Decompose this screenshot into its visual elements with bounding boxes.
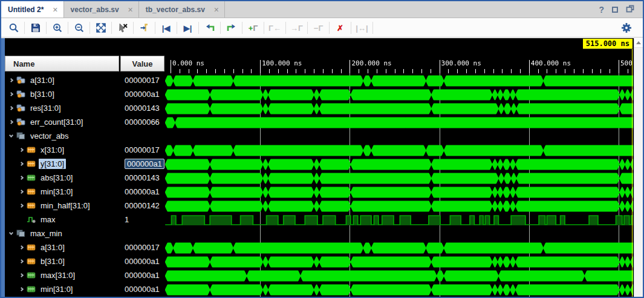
signal-name-cell[interactable]: err_count[31:0] <box>5 117 120 127</box>
previous-edge-button[interactable] <box>201 20 218 36</box>
window-controls: ? <box>599 1 643 18</box>
next-transition-button[interactable]: ▶| <box>180 20 196 36</box>
zoom-out-button[interactable] <box>71 20 87 36</box>
expand-icon[interactable] <box>18 204 25 207</box>
expand-icon[interactable] <box>18 288 25 291</box>
signal-name-cell[interactable]: vector_abs <box>5 131 120 141</box>
tab-tb-vector-abs-sv[interactable]: tb_vector_abs.sv× <box>139 1 225 18</box>
signal-value: 000000a1 <box>125 159 164 169</box>
maximize-icon[interactable] <box>612 7 618 13</box>
expand-icon[interactable] <box>7 121 15 124</box>
settings-button[interactable] <box>618 20 634 36</box>
value-column-header[interactable]: Value <box>120 56 164 71</box>
remove-marker-button[interactable]: −Γ <box>310 20 327 36</box>
signal-name-cell[interactable]: abs[31:0] <box>5 173 120 183</box>
help-icon[interactable]: ? <box>599 5 604 15</box>
chevron-right-icon <box>19 162 24 166</box>
signal-value-cell: 00000017 <box>120 145 160 154</box>
zoom-fit-button[interactable] <box>93 20 109 36</box>
add-marker-button[interactable]: +Γ <box>245 20 261 36</box>
signal-value-cell: 000000a1 <box>120 257 160 266</box>
previous-marker-button[interactable]: Γ← <box>267 20 283 36</box>
signal-row-max[interactable]: max1 <box>5 213 165 227</box>
signal-row-res[interactable]: res[31:0]00000143 <box>5 101 165 115</box>
group-icon <box>16 132 25 140</box>
expand-icon[interactable] <box>7 93 15 96</box>
delete-button[interactable]: ✗ <box>332 20 348 36</box>
save-waveform-button[interactable] <box>27 20 44 36</box>
signal-name-cell[interactable]: max_min <box>5 228 120 239</box>
chevron-up-icon <box>636 41 641 44</box>
zoom-in-button[interactable] <box>49 20 65 36</box>
signal-row-x[interactable]: x[31:0]00000017 <box>5 143 165 157</box>
tab-untitled-2[interactable]: Untitled 2*× <box>1 1 64 18</box>
signal-value: 00000017 <box>125 145 160 154</box>
expand-icon[interactable] <box>7 79 15 82</box>
signal-row-y[interactable]: y[31:0]000000a1 <box>5 157 165 171</box>
signal-row-min2[interactable]: min[31:0]000000a1 <box>5 282 165 296</box>
signal-row-abs[interactable]: abs[31:0]00000143 <box>5 171 165 185</box>
signal-name-cell[interactable]: max <box>5 214 120 225</box>
signal-row-max_min[interactable]: max_min <box>5 227 165 240</box>
signal-name-cell[interactable]: b[31:0] <box>5 256 120 267</box>
zoom-search-button[interactable] <box>5 20 22 36</box>
chevron-right-icon <box>9 120 13 124</box>
close-tab-icon[interactable]: × <box>128 5 133 14</box>
signal-value-cell: 000000a1 <box>120 159 164 168</box>
signal-row-min[interactable]: min[31:0]000000a1 <box>5 185 165 199</box>
previous-transition-button[interactable]: |◀ <box>158 20 174 36</box>
vivado-window: Untitled 2*×vector_abs.sv×tb_vector_abs.… <box>0 0 644 298</box>
signal-name-cell[interactable]: max[31:0] <box>5 270 120 280</box>
signal-row-a[interactable]: a[31:0]00000017 <box>5 73 165 87</box>
chevron-down-icon <box>9 230 13 234</box>
signal-row-b2[interactable]: b[31:0]000000a1 <box>5 254 165 268</box>
vertical-scrollbar[interactable] <box>634 38 643 297</box>
scroll-up-button[interactable] <box>634 38 643 48</box>
expand-icon[interactable] <box>18 148 25 151</box>
toolbar-separator <box>285 22 286 34</box>
signal-row-err_count[interactable]: err_count[31:0]00000066 <box>5 115 165 129</box>
signal-name-cell[interactable]: min_half[31:0] <box>5 200 120 211</box>
toolbar-separator <box>307 22 308 34</box>
toolbar-separator <box>89 22 90 34</box>
expand-icon[interactable] <box>7 136 15 137</box>
go-to-time-button[interactable] <box>136 20 152 36</box>
expand-icon[interactable] <box>18 274 25 277</box>
signal-name-cell[interactable]: y[31:0] <box>5 159 120 169</box>
expand-icon[interactable] <box>7 107 15 110</box>
toolbar-separator <box>372 22 373 34</box>
float-icon[interactable] <box>626 4 634 15</box>
name-column-header[interactable]: Name <box>5 56 119 71</box>
tab-vector-abs-sv[interactable]: vector_abs.sv× <box>64 1 139 18</box>
button-glyph: |◀ <box>162 24 171 32</box>
close-tab-icon[interactable]: × <box>53 5 57 14</box>
expand-icon[interactable] <box>18 260 25 263</box>
save-icon <box>30 22 41 33</box>
signal-name-cell[interactable]: res[31:0] <box>5 103 120 113</box>
next-marker-button[interactable]: →Γ <box>288 20 305 36</box>
tab-label: Untitled 2* <box>8 5 44 14</box>
signal-name-cell[interactable]: x[31:0] <box>5 145 120 155</box>
zoom-out-icon <box>74 22 85 33</box>
expand-icon[interactable] <box>18 190 25 193</box>
signal-name-cell[interactable]: b[31:0] <box>5 89 120 99</box>
next-edge-button[interactable] <box>223 20 239 36</box>
expand-icon[interactable] <box>18 162 25 165</box>
signal-row-a2[interactable]: a[31:0]00000017 <box>5 240 165 254</box>
expand-icon[interactable] <box>18 176 25 179</box>
swap-cursors-button[interactable]: |↔| <box>354 20 370 36</box>
signal-row-max2[interactable]: max[31:0]000000a1 <box>5 268 165 282</box>
signal-name-cell[interactable]: min[31:0] <box>5 284 120 294</box>
snap-off-button[interactable] <box>114 20 131 36</box>
close-tab-icon[interactable]: × <box>214 5 219 14</box>
waveform-canvas[interactable] <box>165 38 633 297</box>
signal-name-cell[interactable]: min[31:0] <box>5 187 120 197</box>
signal-row-b[interactable]: b[31:0]000000a1 <box>5 87 165 101</box>
signal-name-cell[interactable]: a[31:0] <box>5 242 120 253</box>
expand-icon[interactable] <box>18 246 25 249</box>
signal-row-min_half[interactable]: min_half[31:0]00000142 <box>5 199 165 213</box>
signal-value: 000000a1 <box>125 187 160 196</box>
expand-icon[interactable] <box>7 233 15 234</box>
signal-row-vector_abs[interactable]: vector_abs <box>5 129 165 143</box>
signal-name-cell[interactable]: a[31:0] <box>5 75 120 85</box>
